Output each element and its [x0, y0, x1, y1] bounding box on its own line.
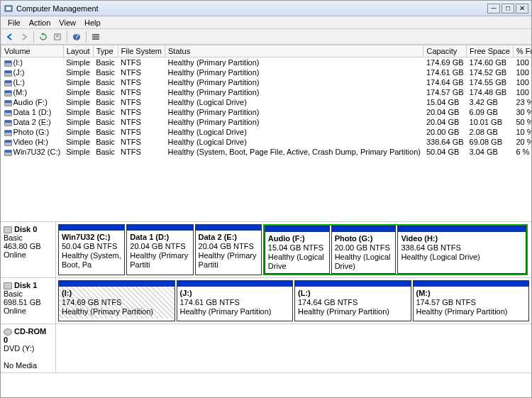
part-name: (I:) — [62, 289, 172, 298]
part-name: Audio (F:) — [268, 234, 326, 243]
part-size: 338.64 GB NTFS — [401, 243, 523, 253]
col-type[interactable]: Type — [93, 45, 118, 57]
part-name: Data 2 (E:) — [199, 233, 258, 242]
help-button[interactable]: ? — [70, 31, 83, 43]
partition-j[interactable]: (J:)174.61 GB NTFSHealthy (Primary Parti… — [177, 280, 294, 321]
extended-partition-group: Audio (F:)15.04 GB NTFSHealthy (Logical … — [263, 224, 528, 275]
partition-m[interactable]: (M:)174.57 GB NTFSHealthy (Primary Parti… — [413, 280, 530, 321]
partition-c[interactable]: Win7U32 (C:)50.04 GB NTFSHealthy (System… — [58, 224, 125, 275]
window-title: Computer Management — [16, 4, 486, 13]
part-size: 20.04 GB NTFS — [199, 242, 258, 251]
volume-row[interactable]: Data 1 (D:)SimpleBasicNTFSHealthy (Prima… — [1, 107, 532, 117]
col-layout[interactable]: Layout — [63, 45, 93, 57]
menubar: File Action View Help — [1, 16, 531, 29]
volume-row[interactable]: (M:)SimpleBasicNTFSHealthy (Primary Part… — [1, 87, 532, 97]
partition-header — [59, 281, 174, 287]
disk-graphic-pane: Disk 0 Basic 463.80 GB Online Win7U32 (C… — [1, 222, 531, 397]
volume-row[interactable]: (L:)SimpleBasicNTFSHealthy (Primary Part… — [1, 77, 532, 87]
partition-i[interactable]: (I:)174.69 GB NTFSHealthy (Primary Parti… — [58, 280, 175, 321]
minimize-button[interactable]: ─ — [487, 4, 500, 13]
part-health: Healthy (Primary Partition) — [62, 307, 172, 316]
part-name: Video (H:) — [401, 234, 523, 243]
disk-0-partitions: Win7U32 (C:)50.04 GB NTFSHealthy (System… — [56, 222, 531, 277]
partition-d[interactable]: Data 1 (D:)20.04 GB NTFSHealthy (Primary… — [126, 224, 193, 275]
part-health: Healthy (Primary Partition) — [416, 307, 526, 316]
col-filesystem[interactable]: File System — [118, 45, 165, 57]
volume-row[interactable]: (J:)SimpleBasicNTFSHealthy (Primary Part… — [1, 67, 532, 77]
part-health: Healthy (System, Boot, Pa — [62, 251, 121, 270]
disk-icon — [4, 226, 12, 233]
menu-action[interactable]: Action — [25, 18, 55, 27]
partition-f[interactable]: Audio (F:)15.04 GB NTFSHealthy (Logical … — [265, 226, 330, 274]
refresh-button[interactable] — [37, 31, 50, 43]
cdrom-row: CD-ROM 0 DVD (Y:) No Media — [1, 324, 531, 373]
part-name: (M:) — [416, 289, 526, 298]
menu-view[interactable]: View — [55, 18, 80, 27]
cdrom-type: DVD (Y:) — [4, 344, 52, 353]
partition-header — [196, 225, 261, 231]
partition-h[interactable]: Video (H:)338.64 GB NTFSHealthy (Logical… — [397, 226, 526, 274]
disk-name: Disk 1 — [14, 281, 37, 289]
menu-file[interactable]: File — [4, 18, 25, 27]
svg-rect-9 — [92, 38, 99, 40]
svg-rect-7 — [92, 34, 99, 35]
part-health: Healthy (Primary Partiti — [199, 251, 258, 270]
part-name: (L:) — [298, 289, 408, 298]
menu-help[interactable]: Help — [80, 18, 105, 27]
volume-row[interactable]: Audio (F:)SimpleBasicNTFSHealthy (Logica… — [1, 97, 532, 107]
cdrom-status: No Media — [4, 361, 52, 370]
partition-header — [127, 225, 192, 231]
part-size: 50.04 GB NTFS — [62, 242, 121, 251]
volume-icon — [4, 150, 12, 156]
col-volume[interactable]: Volume — [1, 45, 64, 57]
partition-header — [295, 281, 411, 287]
back-button[interactable] — [4, 31, 16, 43]
volume-table: Volume Layout Type File System Status Ca… — [1, 45, 531, 157]
properties-button[interactable] — [51, 31, 64, 43]
col-freespace[interactable]: Free Space — [467, 45, 514, 57]
partition-e[interactable]: Data 2 (E:)20.04 GB NTFSHealthy (Primary… — [195, 224, 262, 275]
disk-name: Disk 0 — [14, 225, 37, 233]
part-health: Healthy (Logical Drive) — [401, 253, 523, 262]
volume-icon — [4, 120, 12, 126]
cdrom-label[interactable]: CD-ROM 0 DVD (Y:) No Media — [1, 324, 56, 372]
partition-g[interactable]: Photo (G:)20.00 GB NTFSHealthy (Logical … — [331, 226, 397, 274]
partition-l[interactable]: (L:)174.64 GB NTFSHealthy (Primary Parti… — [294, 280, 411, 321]
col-capacity[interactable]: Capacity — [423, 45, 467, 57]
close-button[interactable]: ✕ — [516, 4, 528, 13]
disk-size: 698.51 GB — [4, 298, 52, 306]
volume-icon — [4, 100, 12, 106]
part-size: 174.69 GB NTFS — [62, 298, 172, 307]
volume-row[interactable]: Photo (G:)SimpleBasicNTFSHealthy (Logica… — [1, 127, 532, 137]
disk-status: Online — [4, 306, 52, 315]
part-name: Win7U32 (C:) — [62, 233, 121, 242]
app-icon — [4, 4, 13, 13]
cdrom-icon — [4, 328, 12, 336]
toolbar: ? — [1, 29, 531, 45]
disk-type: Basic — [4, 289, 52, 298]
partition-header — [332, 226, 396, 232]
volume-row[interactable]: Data 2 (E:)SimpleBasicNTFSHealthy (Prima… — [1, 117, 532, 127]
col-pctfree[interactable]: % Free — [513, 45, 531, 57]
part-health: Healthy (Logical Drive — [268, 253, 326, 271]
disk-size: 463.80 GB — [4, 242, 52, 250]
volume-row[interactable]: (I:)SimpleBasicNTFSHealthy (Primary Part… — [1, 57, 532, 68]
disk-status: Online — [4, 250, 52, 259]
partition-header — [398, 226, 526, 232]
maximize-button[interactable]: □ — [501, 4, 514, 13]
part-health: Healthy (Logical Drive) — [335, 253, 393, 271]
forward-button[interactable] — [18, 31, 31, 43]
volume-icon — [4, 90, 12, 96]
list-view-button[interactable] — [89, 31, 102, 43]
volume-row[interactable]: Video (H:)SimpleBasicNTFSHealthy (Logica… — [1, 137, 532, 147]
volume-row[interactable]: Win7U32 (C:)SimpleBasicNTFSHealthy (Syst… — [1, 147, 532, 157]
part-health: Healthy (Primary Partiti — [130, 251, 189, 270]
volume-icon — [4, 140, 12, 146]
disk-1-label[interactable]: Disk 1 Basic 698.51 GB Online — [1, 278, 56, 324]
disk-0-label[interactable]: Disk 0 Basic 463.80 GB Online — [1, 222, 56, 277]
part-name: (J:) — [180, 289, 290, 298]
partition-header — [59, 225, 124, 231]
part-name: Data 1 (D:) — [130, 233, 189, 242]
partition-header — [265, 226, 329, 232]
col-status[interactable]: Status — [165, 45, 423, 57]
